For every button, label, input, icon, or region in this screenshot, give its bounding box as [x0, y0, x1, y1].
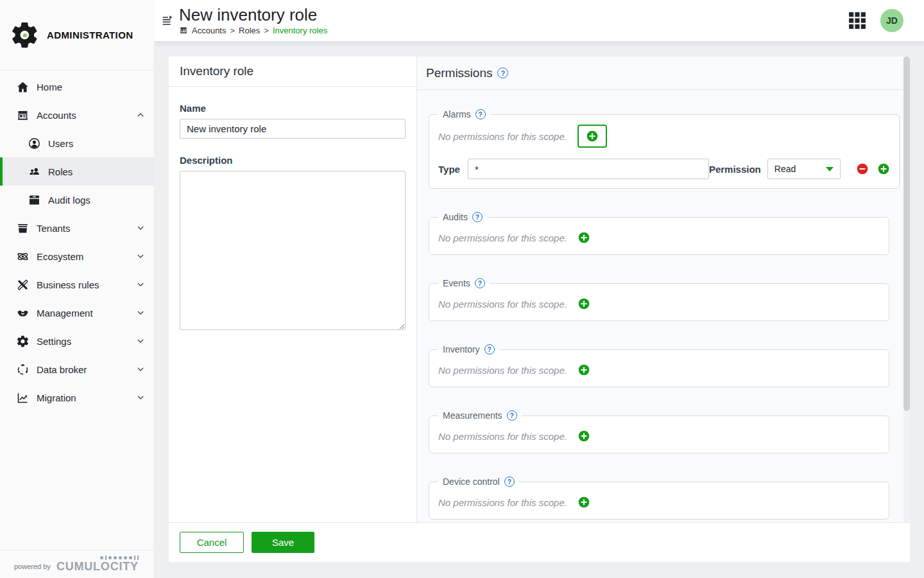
sidebar-item-label: Roles — [48, 166, 73, 177]
help-icon[interactable]: ? — [507, 410, 517, 421]
add-permission-button[interactable] — [578, 231, 590, 244]
sidebar-item-label: Home — [37, 82, 62, 92]
audit-logs-icon — [28, 193, 41, 207]
scope-label: Events — [443, 278, 470, 288]
powered-by-footer: powered by CUMULOCITY — [0, 550, 154, 578]
sidebar-item-label: Data broker — [37, 364, 87, 375]
administration-gear-icon — [10, 20, 40, 50]
scrollbar-thumb[interactable] — [903, 57, 910, 411]
inventory-role-panel-title: Inventory role — [169, 57, 416, 87]
breadcrumb-separator: > — [230, 26, 235, 35]
chevron-down-icon — [136, 252, 145, 261]
breadcrumb-inventory-roles[interactable]: Inventory roles — [273, 26, 327, 35]
permissions-panel: Permissions ? Alarms ? No permissions fo… — [417, 57, 910, 522]
sidebar-item-label: Ecosystem — [37, 251, 83, 262]
help-icon[interactable]: ? — [472, 212, 483, 222]
page-title: New inventory role — [179, 6, 327, 24]
help-icon[interactable]: ? — [504, 477, 515, 487]
sidebar-item-label: Management — [37, 308, 93, 319]
sidebar-item-settings[interactable]: Settings — [0, 327, 154, 355]
help-icon[interactable]: ? — [484, 344, 495, 355]
scope-label: Inventory — [443, 344, 480, 355]
sidebar-item-ecosystem[interactable]: Ecosystem — [0, 242, 154, 270]
type-input[interactable] — [468, 159, 709, 179]
permission-label: Permission — [709, 164, 761, 175]
breadcrumb-roles[interactable]: Roles — [239, 26, 260, 35]
add-permission-button[interactable] — [578, 125, 607, 148]
form-actions: Cancel Save — [169, 522, 910, 562]
sidebar-item-accounts[interactable]: Accounts — [0, 101, 154, 129]
collapse-sidebar-icon[interactable] — [160, 13, 175, 28]
empty-scope-text: No permissions for this scope. — [438, 431, 567, 442]
permissions-scroll-area[interactable]: Alarms ? No permissions for this scope. … — [417, 90, 910, 522]
empty-scope-text: No permissions for this scope. — [438, 232, 567, 243]
chevron-up-icon — [136, 110, 145, 119]
scope-label: Alarms — [443, 109, 471, 119]
save-button[interactable]: Save — [252, 532, 314, 553]
scope-inventory: Inventory ? No permissions for this scop… — [429, 344, 889, 387]
breadcrumb-separator: > — [264, 26, 269, 35]
scope-events: Events ? No permissions for this scope. — [429, 278, 889, 321]
plus-icon — [586, 130, 599, 143]
user-icon — [28, 137, 41, 150]
page-title-block: New inventory role Accounts > Roles > In… — [179, 6, 327, 35]
add-permission-button[interactable] — [578, 363, 590, 376]
sidebar-item-roles[interactable]: Roles — [0, 157, 154, 186]
description-textarea[interactable] — [180, 171, 406, 330]
help-icon[interactable]: ? — [475, 278, 485, 288]
app-title: ADMINISTRATION — [47, 30, 133, 40]
chevron-down-icon — [136, 308, 145, 317]
permission-rule-row: Type Permission Read — [438, 159, 890, 179]
sidebar-item-management[interactable]: Management — [0, 299, 154, 327]
help-icon[interactable]: ? — [475, 109, 486, 119]
avatar[interactable]: JD — [880, 9, 903, 32]
type-label: Type — [438, 164, 460, 175]
name-input[interactable] — [180, 119, 406, 139]
breadcrumb: Accounts > Roles > Inventory roles — [179, 26, 327, 35]
cumulocity-logo: CUMULOCITY — [56, 556, 139, 572]
cancel-button[interactable]: Cancel — [180, 532, 244, 553]
inventory-role-panel: Inventory role Name Description — [169, 57, 417, 522]
sidebar-item-business-rules[interactable]: Business rules — [0, 270, 154, 299]
sidebar-item-label: Accounts — [37, 110, 76, 121]
app-switcher-icon[interactable] — [848, 12, 866, 30]
scrollbar[interactable] — [903, 57, 910, 522]
tenants-icon — [16, 222, 30, 235]
sidebar-item-users[interactable]: Users — [0, 129, 154, 157]
business-rules-icon — [16, 278, 30, 292]
help-icon[interactable]: ? — [497, 67, 508, 78]
permission-select[interactable]: Read — [767, 159, 841, 179]
sidebar-nav: Home Accounts Users Roles Audit logs Ten… — [0, 71, 154, 550]
sidebar-item-migration[interactable]: Migration — [0, 383, 154, 412]
scope-measurements: Measurements ? No permissions for this s… — [429, 410, 889, 453]
empty-scope-text: No permissions for this scope. — [438, 497, 567, 508]
cumulocity-dots-icon — [100, 556, 139, 560]
scope-label: Device control — [443, 477, 500, 487]
add-permission-button[interactable] — [578, 496, 590, 509]
scope-alarms: Alarms ? No permissions for this scope. … — [429, 109, 900, 189]
sidebar-item-label: Settings — [37, 336, 71, 347]
chevron-down-icon — [136, 223, 145, 232]
sidebar-item-audit-logs[interactable]: Audit logs — [0, 186, 154, 214]
data-broker-icon — [16, 363, 30, 376]
home-icon — [16, 80, 30, 94]
add-permission-button[interactable] — [877, 162, 890, 175]
ecosystem-icon — [16, 250, 30, 263]
add-permission-button[interactable] — [578, 430, 590, 442]
scope-label: Measurements — [443, 410, 502, 421]
sidebar-item-home[interactable]: Home — [0, 73, 154, 101]
remove-permission-button[interactable] — [856, 162, 869, 175]
sidebar-item-label: Tenants — [37, 223, 71, 234]
accounts-icon — [179, 26, 188, 35]
breadcrumb-accounts[interactable]: Accounts — [192, 26, 226, 35]
sidebar-item-tenants[interactable]: Tenants — [0, 214, 154, 242]
app-brand: ADMINISTRATION — [0, 0, 154, 71]
topbar-actions: JD — [848, 9, 924, 32]
description-label: Description — [180, 155, 406, 166]
add-permission-button[interactable] — [578, 297, 590, 310]
sidebar-item-data-broker[interactable]: Data broker — [0, 355, 154, 383]
name-label: Name — [180, 103, 406, 114]
scope-audits: Audits ? No permissions for this scope. — [429, 212, 889, 255]
settings-gear-icon — [16, 335, 30, 348]
accounts-icon — [16, 109, 30, 122]
